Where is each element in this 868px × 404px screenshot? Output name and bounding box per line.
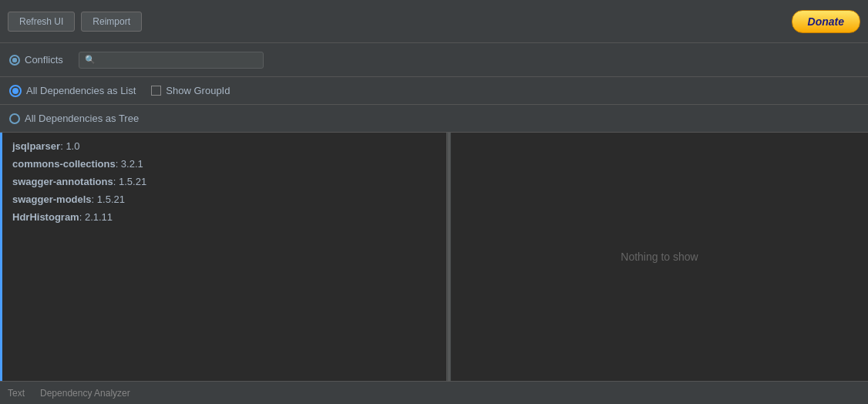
list-item[interactable]: commons-collections: 3.2.1 <box>0 155 446 173</box>
all-deps-tree-label: All Dependencies as Tree <box>25 113 139 124</box>
options-row-3: All Dependencies as Tree <box>0 105 868 133</box>
options-row-1: Conflicts 🔍 <box>0 43 868 77</box>
dep-version: : 1.5.21 <box>113 176 146 187</box>
donate-button[interactable]: Donate <box>792 10 860 33</box>
conflicts-radio-group[interactable]: Conflicts <box>9 54 63 66</box>
search-input[interactable] <box>99 55 257 66</box>
dep-name: jsqlparser <box>12 140 60 152</box>
list-item[interactable]: swagger-annotations: 1.5.21 <box>0 173 446 190</box>
show-groupid-label: Show GroupId <box>166 85 230 96</box>
right-panel: Nothing to show <box>451 133 868 381</box>
show-groupid-checkbox-group[interactable]: Show GroupId <box>151 85 230 96</box>
list-item[interactable]: HdrHistogram: 2.1.11 <box>0 208 446 226</box>
dep-version: : 1.5.21 <box>92 194 125 205</box>
list-item[interactable]: jsqlparser: 1.0 <box>0 137 446 155</box>
all-deps-list-label: All Dependencies as List <box>26 85 136 96</box>
dep-version: : 2.1.11 <box>79 211 113 223</box>
dep-version: : 1.0 <box>60 140 79 152</box>
left-panel: jsqlparser: 1.0commons-collections: 3.2.… <box>0 133 447 381</box>
search-box[interactable]: 🔍 <box>79 52 264 69</box>
conflicts-radio[interactable] <box>9 55 20 66</box>
list-item[interactable]: swagger-models: 1.5.21 <box>0 190 446 208</box>
main-content: jsqlparser: 1.0commons-collections: 3.2.… <box>0 133 868 381</box>
splitter[interactable] <box>447 133 451 381</box>
options-row-2: All Dependencies as List Show GroupId <box>0 77 868 105</box>
status-bar: Text Dependency Analyzer <box>0 381 868 404</box>
dep-name: swagger-annotations <box>12 176 113 187</box>
nothing-to-show-label: Nothing to show <box>621 251 698 263</box>
conflicts-label: Conflicts <box>25 54 63 66</box>
show-groupid-checkbox[interactable] <box>151 86 161 96</box>
dep-name: swagger-models <box>12 194 92 205</box>
dep-version: : 3.2.1 <box>116 158 143 170</box>
refresh-ui-button[interactable]: Refresh UI <box>8 12 75 32</box>
dep-name: commons-collections <box>12 158 116 170</box>
all-deps-tree-radio-group[interactable]: All Dependencies as Tree <box>9 113 139 124</box>
dep-name: HdrHistogram <box>12 211 79 223</box>
status-analyzer-label: Dependency Analyzer <box>40 388 130 399</box>
search-icon: 🔍 <box>85 55 96 65</box>
all-deps-tree-radio[interactable] <box>9 113 20 124</box>
all-deps-list-radio[interactable] <box>9 85 22 97</box>
toolbar: Refresh UI Reimport Donate <box>0 0 868 43</box>
reimport-button[interactable]: Reimport <box>81 12 142 32</box>
status-text-label: Text <box>8 388 25 399</box>
all-deps-list-radio-group[interactable]: All Dependencies as List <box>9 85 136 97</box>
